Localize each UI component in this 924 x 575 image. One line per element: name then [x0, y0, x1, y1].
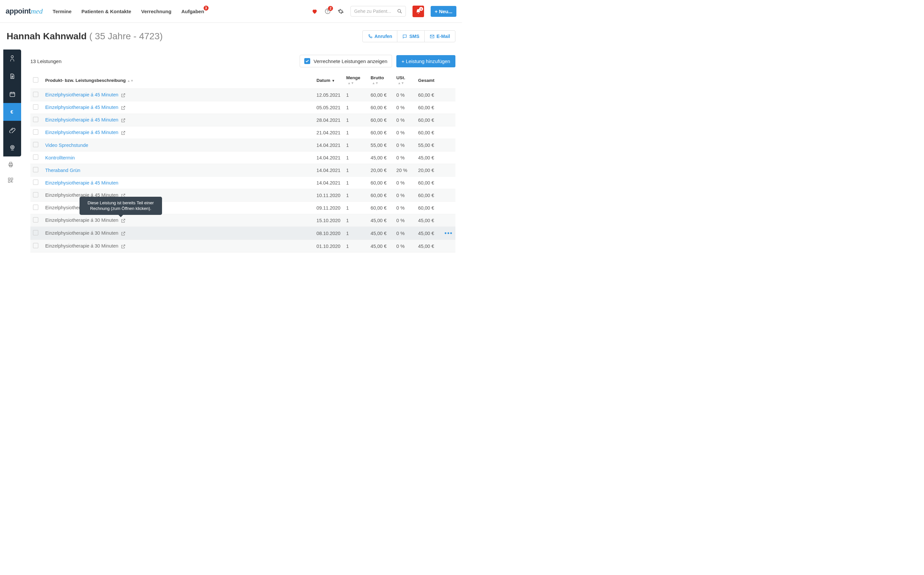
- mail-icon: [430, 34, 434, 39]
- external-link-icon[interactable]: [121, 218, 126, 223]
- row-checkbox[interactable]: [33, 230, 38, 235]
- row-desc[interactable]: Einzelphysiotherapie á 45 Minuten: [45, 117, 119, 122]
- row-desc[interactable]: Video Sprechstunde: [45, 143, 88, 148]
- select-all-checkbox[interactable]: [33, 77, 38, 83]
- row-date: 14.04.2021: [314, 176, 344, 189]
- call-button[interactable]: Anrufen: [363, 31, 397, 42]
- row-desc[interactable]: Einzelphysiotherapie á 45 Minuten: [45, 180, 119, 186]
- sidebar-item-qr[interactable]: [2, 172, 19, 188]
- sidebar-item-webcam[interactable]: [3, 139, 21, 156]
- table-row[interactable]: Theraband Grün 14.04.2021 1 20,00 € 20 %…: [30, 164, 455, 176]
- external-link-icon[interactable]: [121, 105, 126, 110]
- add-service-button[interactable]: + Leistung hinzufügen: [396, 55, 455, 67]
- col-brutto[interactable]: Brutto▲▼: [368, 72, 394, 89]
- row-desc[interactable]: Kontrolltermin: [45, 155, 74, 160]
- table-row[interactable]: Einzelphysiotherapie á 30 MinutenDiese L…: [30, 214, 455, 227]
- col-desc[interactable]: Produkt- bzw. Leistungsbeschreibung▲▼: [43, 72, 314, 89]
- sidebar-item-attach[interactable]: [3, 121, 21, 139]
- row-desc[interactable]: Theraband Grün: [45, 168, 80, 173]
- external-link-icon[interactable]: [121, 231, 126, 236]
- col-total[interactable]: Gesamt: [415, 72, 442, 89]
- row-total: 55,00 €: [415, 139, 442, 151]
- row-checkbox[interactable]: [33, 205, 38, 210]
- row-desc[interactable]: Einzelphysiotherapie á 45 Minuten: [45, 92, 119, 97]
- search-input[interactable]: [354, 9, 397, 14]
- external-link-icon[interactable]: [121, 244, 126, 249]
- row-desc[interactable]: Einzelphysiotherapie á 45 Minuten: [45, 105, 119, 110]
- nav-verrechnung[interactable]: Verrechnung: [141, 9, 171, 14]
- gear-icon[interactable]: [338, 8, 344, 14]
- row-checkbox[interactable]: [33, 154, 38, 160]
- logo[interactable]: appointmed: [6, 7, 43, 16]
- alert-button[interactable]: 1: [412, 6, 424, 17]
- row-actions-icon[interactable]: •••: [444, 230, 453, 236]
- external-link-icon[interactable]: [121, 118, 126, 123]
- table-row[interactable]: Einzelphysiotherapie á 30 Minuten 01.10.…: [30, 240, 455, 253]
- table-row[interactable]: Einzelphysiotherapie á 45 Minuten 28.04.…: [30, 114, 455, 126]
- table-row[interactable]: Einzelphysiotherapie á 45 Minuten 14.04.…: [30, 176, 455, 189]
- row-qty: 1: [344, 114, 368, 126]
- checkbox-checked-icon: [304, 58, 310, 64]
- new-button[interactable]: + Neu...: [431, 6, 456, 17]
- row-brutto: 60,00 €: [368, 89, 394, 101]
- row-checkbox[interactable]: [33, 117, 38, 122]
- row-desc[interactable]: Einzelphysiotherapie á 45 Minuten: [45, 130, 119, 135]
- sidebar-item-billing[interactable]: €: [3, 103, 21, 121]
- table-row[interactable]: Einzelphysiotherapie á 30 Minuten 08.10.…: [30, 227, 455, 240]
- row-brutto: 60,00 €: [368, 126, 394, 139]
- row-date: 14.04.2021: [314, 164, 344, 176]
- row-checkbox[interactable]: [33, 142, 38, 147]
- col-date[interactable]: Datum▼: [314, 72, 344, 89]
- phone-icon: [368, 34, 372, 39]
- nav-termine[interactable]: Termine: [53, 9, 71, 14]
- sidebar-item-calendar[interactable]: [3, 85, 21, 103]
- show-billed-toggle[interactable]: Verrechnete Leistungen anzeigen: [300, 55, 392, 67]
- table-row[interactable]: Kontrolltermin 14.04.2021 1 45,00 € 0 % …: [30, 151, 455, 164]
- help-icon[interactable]: 2: [324, 8, 331, 14]
- sidebar-item-print[interactable]: [2, 156, 19, 172]
- row-checkbox[interactable]: [33, 129, 38, 135]
- nav-aufgaben[interactable]: Aufgaben 3: [181, 9, 204, 14]
- row-ust: 0 %: [394, 176, 415, 189]
- row-checkbox[interactable]: [33, 243, 38, 248]
- row-checkbox[interactable]: [33, 192, 38, 197]
- table-row[interactable]: Einzelphysiotherapie á 45 Minuten 12.05.…: [30, 89, 455, 101]
- euro-icon: €: [9, 109, 15, 115]
- row-qty: 1: [344, 164, 368, 176]
- table-row[interactable]: Einzelphysiotherapie á 45 Minuten 05.05.…: [30, 101, 455, 114]
- svg-rect-13: [8, 178, 10, 179]
- row-checkbox[interactable]: [33, 217, 38, 222]
- col-ust[interactable]: USt.▲▼: [394, 72, 415, 89]
- row-date: 09.11.2020: [314, 202, 344, 214]
- sms-button[interactable]: SMS: [397, 31, 424, 42]
- email-button[interactable]: E-Mail: [425, 31, 455, 42]
- sort-icon: ▲▼: [398, 81, 404, 85]
- row-checkbox[interactable]: [33, 179, 38, 185]
- heart-icon[interactable]: [312, 8, 318, 14]
- row-total: 60,00 €: [415, 114, 442, 126]
- nav-patienten[interactable]: Patienten & Kontakte: [81, 9, 132, 14]
- topnav: Termine Patienten & Kontakte Verrechnung…: [53, 9, 312, 14]
- row-date: 14.04.2021: [314, 151, 344, 164]
- row-ust: 0 %: [394, 139, 415, 151]
- topbar: appointmed Termine Patienten & Kontakte …: [0, 0, 462, 23]
- search-input-wrap[interactable]: [350, 6, 406, 16]
- svg-rect-15: [8, 181, 10, 183]
- row-date: 28.04.2021: [314, 114, 344, 126]
- table-row[interactable]: Einzelphysiotherapie á 45 Minuten 21.04.…: [30, 126, 455, 139]
- row-total: 60,00 €: [415, 189, 442, 202]
- external-link-icon[interactable]: [121, 93, 126, 98]
- row-checkbox[interactable]: [33, 92, 38, 97]
- row-checkbox[interactable]: [33, 167, 38, 172]
- external-link-icon[interactable]: [121, 130, 126, 135]
- row-checkbox[interactable]: [33, 104, 38, 110]
- row-total: 60,00 €: [415, 89, 442, 101]
- sidebar-item-docs[interactable]: [3, 67, 21, 85]
- row-ust: 0 %: [394, 227, 415, 240]
- content-top: 13 Leistungen Verrechnete Leistungen anz…: [30, 49, 455, 72]
- sidebar-item-profile[interactable]: [3, 49, 21, 67]
- svg-point-5: [11, 56, 14, 58]
- table-row[interactable]: Video Sprechstunde 14.04.2021 1 55,00 € …: [30, 139, 455, 151]
- tooltip: Diese Leistung ist bereits Teil einer Re…: [79, 197, 162, 215]
- col-qty[interactable]: Menge▲▼: [344, 72, 368, 89]
